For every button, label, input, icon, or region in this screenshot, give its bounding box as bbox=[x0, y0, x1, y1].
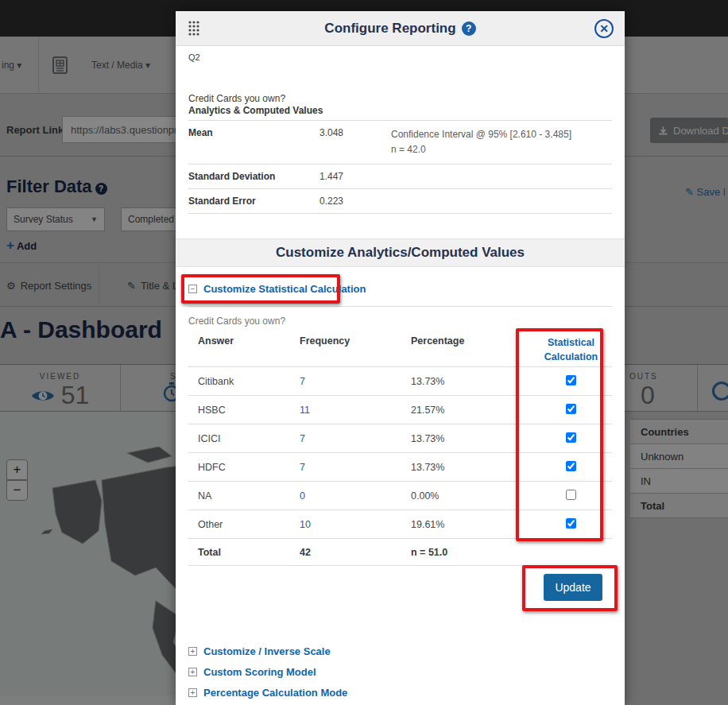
table-row: HSBC 11 21.57% bbox=[188, 396, 612, 424]
divider bbox=[188, 306, 612, 307]
collapse-icon: − bbox=[188, 285, 197, 293]
stat-calc-checkbox[interactable] bbox=[566, 461, 576, 471]
frequency-link[interactable]: 7 bbox=[300, 376, 305, 387]
modal-title: Configure Reporting ? bbox=[176, 11, 625, 46]
stat-question-text: Credit Cards you own? bbox=[188, 316, 285, 327]
sample-size: n = 42.0 bbox=[391, 142, 612, 157]
section-customize-inverse-scale[interactable]: + Customize / Inverse Scale bbox=[188, 645, 331, 657]
frequency-link[interactable]: 7 bbox=[300, 433, 305, 444]
stat-calc-checkbox[interactable] bbox=[566, 490, 576, 500]
frequency-link[interactable]: 0 bbox=[300, 490, 305, 502]
customize-heading: Customize Analytics/Computed Values bbox=[176, 238, 625, 267]
table-header-row: Answer Frequency Percentage Statistical … bbox=[188, 328, 612, 367]
table-row: NA 0 0.00% bbox=[188, 482, 612, 510]
analytics-table: Mean 3.048 Confidence Interval @ 95% [2.… bbox=[188, 120, 612, 214]
analytics-row-stderr: Standard Error 0.223 bbox=[188, 188, 612, 214]
analytics-row-stddev: Standard Deviation 1.447 bbox=[188, 164, 612, 188]
expand-icon: + bbox=[188, 647, 197, 656]
stat-calc-checkbox[interactable] bbox=[566, 404, 576, 414]
table-row: HDFC 7 13.73% bbox=[188, 453, 612, 482]
expand-icon: + bbox=[188, 688, 197, 697]
modal-header: Configure Reporting ? ✕ bbox=[176, 11, 625, 46]
frequency-table: Answer Frequency Percentage Statistical … bbox=[188, 328, 612, 566]
analytics-heading: Analytics & Computed Values bbox=[188, 105, 323, 116]
confidence-interval: Confidence Interval @ 95% [2.610 - 3.485… bbox=[391, 127, 612, 142]
screen: ing ▾ Text / Media ▾ Report Link https:/… bbox=[0, 0, 728, 705]
stat-calc-checkbox[interactable] bbox=[566, 432, 576, 443]
help-icon[interactable]: ? bbox=[462, 21, 476, 36]
close-icon[interactable]: ✕ bbox=[594, 19, 614, 38]
table-row: ICICI 7 13.73% bbox=[188, 424, 612, 453]
configure-reporting-modal: Configure Reporting ? ✕ Q2 Credit Cards … bbox=[176, 11, 625, 705]
table-row: Citibank 7 13.73% bbox=[188, 367, 612, 396]
section-percentage-calculation-mode[interactable]: + Percentage Calculation Mode bbox=[188, 687, 347, 699]
stat-calc-checkbox[interactable] bbox=[566, 375, 576, 385]
update-button[interactable]: Update bbox=[544, 574, 602, 601]
question-text: Credit Cards you own? bbox=[188, 93, 285, 104]
table-row: Other 10 19.61% bbox=[188, 510, 612, 539]
expand-icon: + bbox=[188, 668, 197, 676]
frequency-link[interactable]: 10 bbox=[300, 519, 311, 530]
stat-calc-checkbox[interactable] bbox=[566, 518, 576, 529]
frequency-link[interactable]: 7 bbox=[300, 462, 305, 473]
col-statistical-calculation: Statistical Calculation bbox=[530, 335, 612, 364]
frequency-link[interactable]: 11 bbox=[300, 405, 310, 416]
question-code: Q2 bbox=[188, 52, 200, 62]
table-total-row: Total 42 n = 51.0 bbox=[188, 539, 612, 566]
section-custom-scoring-model[interactable]: + Custom Scoring Model bbox=[188, 666, 316, 678]
analytics-row-mean: Mean 3.048 Confidence Interval @ 95% [2.… bbox=[188, 120, 612, 164]
section-statistical-calculation[interactable]: − Customize Statistical Calculation bbox=[188, 283, 366, 295]
